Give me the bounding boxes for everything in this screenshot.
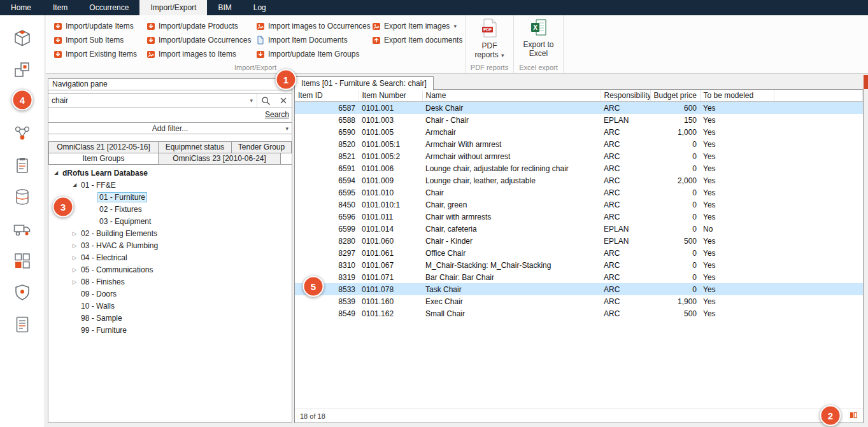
tree-node-08-finishes[interactable]: ▷08 - Finishes	[48, 276, 292, 288]
column-panel-icon[interactable]	[850, 411, 858, 421]
tree-node-09-doors[interactable]: 09 - Doors	[48, 288, 292, 300]
tree-collapsed-icon[interactable]: ▷	[70, 230, 79, 237]
tree-collapsed-icon[interactable]: ▷	[70, 267, 79, 273]
table-row[interactable]: 83190101.071Bar Chair: Bar ChairARC0Yes	[295, 271, 863, 283]
table-row[interactable]: 84500101.010:1Chair, greenARC0Yes	[295, 199, 863, 211]
tree-node-05-communications[interactable]: ▷05 - Communications	[48, 263, 292, 276]
ribbon-button-import-images-to-items[interactable]: Import images to Items	[146, 49, 256, 59]
ribbon-button-label: Import Item Documents	[268, 36, 348, 45]
tree-node-02-fixtures[interactable]: 02 - Fixtures	[48, 203, 292, 215]
column-header-responsibility[interactable]: Responsibility	[601, 90, 650, 102]
search-history-chevron-icon[interactable]: ▾	[246, 94, 257, 108]
table-row[interactable]: 65870101.001Desk ChairARC600Yes	[295, 102, 863, 115]
tree-expanded-icon[interactable]: ◢	[52, 170, 60, 176]
menu-item-import-export[interactable]: Import/Export	[139, 0, 207, 15]
tree-node-label: 02 - Building Elements	[79, 229, 159, 238]
cell-to-be-modeled: Yes	[700, 162, 774, 174]
tree-collapsed-icon[interactable]: ▷	[70, 242, 79, 249]
ribbon-button-import-update-occurrences[interactable]: Import/update Occurrences	[146, 35, 256, 45]
sidebar-cube-icon[interactable]	[13, 28, 32, 48]
ribbon-button-export-item-images[interactable]: Export Item images▾	[372, 21, 467, 31]
tree-expanded-icon[interactable]: ◢	[70, 182, 79, 188]
tab-item-groups[interactable]: Item Groups	[48, 153, 159, 165]
column-header-item-id[interactable]: Item ID	[295, 90, 359, 102]
sidebar-shield-icon[interactable]	[13, 283, 32, 302]
table-row[interactable]: 85490101.162Small ChairARC500Yes	[295, 307, 863, 319]
table-row[interactable]: 65960101.011Chair with armrestsARC0Yes	[295, 211, 863, 223]
table-row[interactable]: 65900101.005ArmchairARC1,000Yes	[295, 126, 863, 138]
table-row[interactable]: 65990101.014Chair, cafeteriaEPLAN0No	[295, 223, 863, 235]
tree-collapsed-icon[interactable]: ▷	[70, 255, 79, 261]
cell-item-number: 0101.005:1	[359, 138, 422, 150]
table-row[interactable]: 65880101.003Chair - ChairEPLAN150Yes	[295, 114, 863, 126]
ribbon-button-import-existing-items[interactable]: Import Existing Items	[53, 49, 146, 59]
tree-node-03-equipment[interactable]: 03 - Equipment	[48, 215, 292, 227]
column-header-to-be-modeled[interactable]: To be modeled	[700, 90, 774, 102]
tree-node-label: dRofus Learn Database	[60, 169, 150, 178]
column-header-name[interactable]: Name	[422, 90, 601, 102]
ribbon-button-import-update-items[interactable]: Import/update Items	[53, 21, 146, 31]
table-row[interactable]: 82800101.060Chair - KinderEPLAN500Yes	[295, 235, 863, 247]
tree-node-02-building-elements[interactable]: ▷02 - Building Elements	[48, 227, 292, 239]
tab-omniclass-21-2012-05-16[interactable]: OmniClass 21 [2012-05-16]	[48, 141, 159, 153]
column-header-item-number[interactable]: Item Number	[359, 90, 422, 102]
ribbon-button-import-sub-items[interactable]: Import Sub Items	[53, 35, 146, 45]
cell-item-id: 8450	[295, 199, 359, 211]
search-input[interactable]	[48, 96, 246, 105]
clear-search-icon[interactable]	[274, 94, 292, 108]
search-link[interactable]: Search	[265, 110, 289, 119]
sidebar-clipboard-icon[interactable]	[13, 155, 32, 175]
table-row[interactable]: 65910101.006Lounge chair, adjustable for…	[295, 162, 863, 174]
menu-item-log[interactable]: Log	[243, 0, 277, 15]
tree-node-04-electrical[interactable]: ▷04 - Electrical	[48, 251, 292, 263]
ribbon-button-export-item-documents[interactable]: Export Item documents	[372, 35, 467, 45]
items-table-scroll[interactable]: Item IDItem NumberNameResponsibilityBudg…	[295, 90, 863, 409]
sidebar-blocks-icon[interactable]	[13, 251, 32, 270]
ribbon-button-import-update-products[interactable]: Import/update Products	[146, 21, 256, 31]
sidebar-linked-nodes-icon[interactable]	[13, 123, 32, 143]
tree-node-01-furniture[interactable]: 01 - Furniture	[48, 191, 292, 203]
tree-node-03-hvac-plumbing[interactable]: ▷03 - HVAC & Plumbing	[48, 239, 292, 251]
table-row[interactable]: 82970101.061Office ChairARC0Yes	[295, 247, 863, 259]
ribbon-button-import-images-to-occurrences[interactable]: Import images to Occurrences	[256, 21, 372, 31]
callout-2: 2	[820, 405, 841, 426]
ribbon-button-import-item-documents[interactable]: Import Item Documents	[256, 35, 372, 45]
add-filter-dropdown[interactable]: Add filter... ▾	[48, 122, 292, 134]
menu-item-occurrence[interactable]: Occurrence	[78, 0, 139, 15]
tree-node-98-sample[interactable]: 98 - Sample	[48, 312, 292, 324]
tab-tender-group[interactable]: Tender Group	[231, 141, 292, 153]
sidebar-report-icon[interactable]	[13, 314, 32, 334]
cell-item-id: 6591	[295, 162, 359, 174]
table-row[interactable]: 85390101.160Exec ChairARC1,900Yes	[295, 295, 863, 307]
column-header-budget-price[interactable]: Budget price	[650, 90, 700, 102]
excel-icon: X	[530, 18, 547, 38]
table-row[interactable]: 65940101.009Lounge chair, leather, adjus…	[295, 174, 863, 186]
table-row[interactable]: 85330101.078Task ChairARC0Yes	[295, 283, 863, 295]
ribbon-button-import-update-item-groups[interactable]: Import/update Item Groups	[256, 49, 372, 59]
export-to-excel-button[interactable]: X Export to Excel	[523, 15, 553, 63]
table-row[interactable]: 85210101.005:2Armchair without armrestAR…	[295, 150, 863, 162]
cell-item-number: 0101.010	[359, 186, 422, 199]
pdf-reports-button[interactable]: PDF PDF reports ▾	[474, 15, 504, 63]
menu-item-item[interactable]: Item	[42, 0, 78, 15]
table-row[interactable]: 85200101.005:1Armchair With armrestARC0Y…	[295, 138, 863, 150]
table-row[interactable]: 83100101.067M_Chair-Stacking: M_Chair-St…	[295, 259, 863, 271]
tree-node-99-furniture[interactable]: 99 - Furniture	[48, 324, 292, 336]
tab-equipmnet-status[interactable]: Equipmnet status	[158, 141, 232, 153]
items-table-frame: Item IDItem NumberNameResponsibilityBudg…	[294, 89, 864, 423]
sidebar-database-icon[interactable]	[13, 187, 32, 207]
menu-item-home[interactable]: Home	[0, 0, 42, 15]
sidebar-stacked-cubes-icon[interactable]	[13, 60, 32, 80]
menu-item-bim[interactable]: BIM	[207, 0, 242, 15]
collapsed-panel-flag[interactable]	[864, 75, 868, 89]
table-row[interactable]: 65950101.010ChairARC0Yes	[295, 186, 863, 199]
ribbon-group-label: Import/Export	[46, 63, 465, 73]
items-document-tab[interactable]: Items [01 - Furniture & Search: chair]	[294, 76, 434, 90]
tree-node-01-ff-e[interactable]: ◢01 - FF&E	[48, 179, 292, 191]
tab-omniclass-23-2010-06-24[interactable]: OmniClass 23 [2010-06-24]	[158, 153, 281, 165]
search-icon[interactable]	[257, 94, 274, 108]
tree-node-drofus-learn-database[interactable]: ◢dRofus Learn Database	[48, 167, 292, 179]
tree-collapsed-icon[interactable]: ▷	[70, 279, 79, 285]
sidebar-truck-icon[interactable]	[13, 219, 32, 239]
tree-node-10-walls[interactable]: 10 - Walls	[48, 300, 292, 312]
